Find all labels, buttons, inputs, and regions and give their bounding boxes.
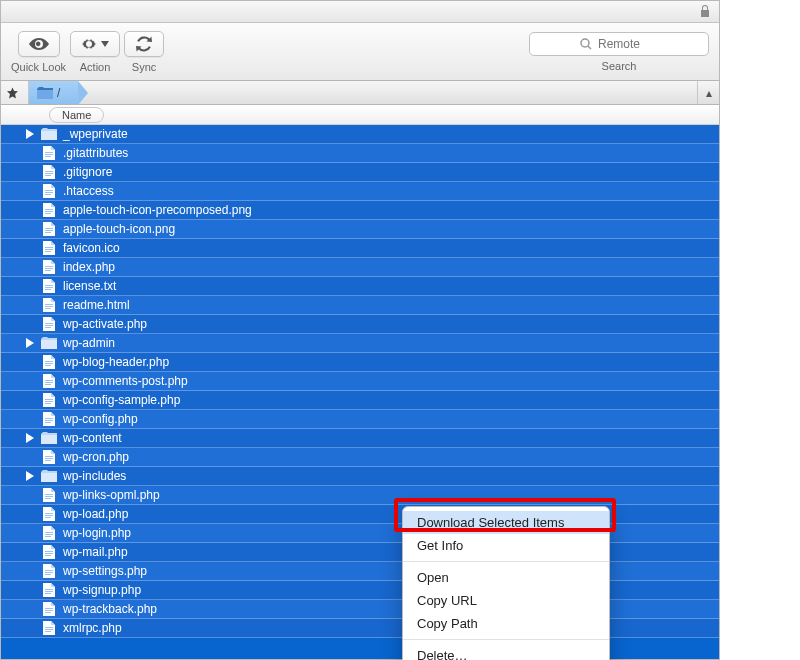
file-row[interactable]: wp-login.php bbox=[1, 524, 719, 543]
file-row[interactable]: _wpeprivate bbox=[1, 125, 719, 144]
file-row[interactable]: wp-admin bbox=[1, 334, 719, 353]
file-row[interactable]: wp-cron.php bbox=[1, 448, 719, 467]
folder-icon bbox=[41, 127, 57, 141]
file-row[interactable]: .htaccess bbox=[1, 182, 719, 201]
svg-rect-24 bbox=[45, 287, 53, 288]
favorites-button[interactable] bbox=[1, 81, 29, 104]
gear-icon bbox=[81, 36, 97, 52]
action-button[interactable] bbox=[70, 31, 120, 57]
file-row[interactable]: index.php bbox=[1, 258, 719, 277]
sync-button[interactable] bbox=[124, 31, 164, 57]
svg-rect-16 bbox=[45, 232, 51, 233]
file-name-label: wp-content bbox=[63, 431, 122, 445]
sync-icon bbox=[136, 36, 152, 52]
scroll-up-button[interactable]: ▴ bbox=[697, 81, 719, 104]
search-input[interactable] bbox=[598, 37, 658, 51]
file-row[interactable]: wp-mail.php bbox=[1, 543, 719, 562]
context-menu: Download Selected Items Get Info Open Co… bbox=[402, 506, 610, 660]
file-row[interactable]: xmlrpc.php bbox=[1, 619, 719, 638]
file-row[interactable]: wp-content bbox=[1, 429, 719, 448]
svg-rect-2 bbox=[45, 152, 53, 153]
file-row[interactable]: wp-comments-post.php bbox=[1, 372, 719, 391]
ctx-delete[interactable]: Delete… bbox=[403, 644, 609, 660]
disclosure-triangle-icon[interactable] bbox=[25, 471, 35, 481]
svg-rect-59 bbox=[45, 570, 53, 571]
lock-icon bbox=[699, 4, 711, 18]
file-icon bbox=[41, 450, 57, 464]
file-row[interactable]: readme.html bbox=[1, 296, 719, 315]
quick-look-button[interactable] bbox=[18, 31, 60, 57]
file-name-label: readme.html bbox=[63, 298, 130, 312]
svg-rect-55 bbox=[45, 536, 51, 537]
file-icon bbox=[41, 545, 57, 559]
file-icon bbox=[41, 526, 57, 540]
file-name-label: .gitignore bbox=[63, 165, 112, 179]
ctx-separator bbox=[403, 639, 609, 640]
chevron-down-icon bbox=[101, 41, 109, 47]
file-row[interactable]: wp-trackback.php bbox=[1, 600, 719, 619]
file-row[interactable]: wp-config.php bbox=[1, 410, 719, 429]
svg-rect-12 bbox=[45, 211, 53, 212]
svg-rect-27 bbox=[45, 306, 53, 307]
file-list[interactable]: _wpeprivate.gitattributes.gitignore.htac… bbox=[1, 125, 719, 659]
file-name-label: wp-settings.php bbox=[63, 564, 147, 578]
ctx-get-info[interactable]: Get Info bbox=[403, 534, 609, 557]
svg-rect-52 bbox=[45, 517, 51, 518]
file-row[interactable]: license.txt bbox=[1, 277, 719, 296]
svg-rect-68 bbox=[45, 627, 53, 628]
file-icon bbox=[41, 298, 57, 312]
file-name-label: wp-cron.php bbox=[63, 450, 129, 464]
svg-rect-61 bbox=[45, 574, 51, 575]
svg-rect-10 bbox=[45, 194, 51, 195]
disclosure-triangle-icon[interactable] bbox=[25, 129, 35, 139]
svg-rect-46 bbox=[45, 460, 51, 461]
svg-rect-69 bbox=[45, 629, 53, 630]
search-field[interactable] bbox=[529, 32, 709, 56]
svg-rect-56 bbox=[45, 551, 53, 552]
file-row[interactable]: favicon.ico bbox=[1, 239, 719, 258]
ctx-download[interactable]: Download Selected Items bbox=[403, 511, 609, 534]
svg-rect-60 bbox=[45, 572, 53, 573]
eye-icon bbox=[29, 38, 49, 50]
svg-rect-39 bbox=[45, 401, 53, 402]
file-name-label: wp-activate.php bbox=[63, 317, 147, 331]
file-name-label: wp-trackback.php bbox=[63, 602, 157, 616]
svg-rect-30 bbox=[45, 325, 53, 326]
disclosure-triangle-icon[interactable] bbox=[25, 433, 35, 443]
file-row[interactable]: wp-load.php bbox=[1, 505, 719, 524]
file-row[interactable]: apple-touch-icon-precomposed.png bbox=[1, 201, 719, 220]
svg-rect-43 bbox=[45, 422, 51, 423]
ctx-copy-url[interactable]: Copy URL bbox=[403, 589, 609, 612]
quick-look-group: Quick Look bbox=[11, 31, 66, 73]
ctx-separator bbox=[403, 561, 609, 562]
file-row[interactable]: wp-activate.php bbox=[1, 315, 719, 334]
file-name-label: wp-admin bbox=[63, 336, 115, 350]
disclosure-triangle-icon[interactable] bbox=[25, 338, 35, 348]
ctx-open[interactable]: Open bbox=[403, 566, 609, 589]
svg-rect-5 bbox=[45, 171, 53, 172]
file-row[interactable]: wp-blog-header.php bbox=[1, 353, 719, 372]
file-name-label: wp-mail.php bbox=[63, 545, 128, 559]
file-row[interactable]: wp-settings.php bbox=[1, 562, 719, 581]
file-row[interactable]: apple-touch-icon.png bbox=[1, 220, 719, 239]
svg-rect-35 bbox=[45, 380, 53, 381]
file-icon bbox=[41, 564, 57, 578]
column-name[interactable]: Name bbox=[49, 107, 104, 123]
file-row[interactable]: .gitignore bbox=[1, 163, 719, 182]
folder-icon bbox=[41, 469, 57, 483]
svg-rect-67 bbox=[45, 612, 51, 613]
svg-rect-33 bbox=[45, 363, 53, 364]
file-row[interactable]: wp-config-sample.php bbox=[1, 391, 719, 410]
file-icon bbox=[41, 317, 57, 331]
file-name-label: wp-blog-header.php bbox=[63, 355, 169, 369]
quick-look-label: Quick Look bbox=[11, 61, 66, 73]
file-row[interactable]: wp-links-opml.php bbox=[1, 486, 719, 505]
path-root[interactable]: / bbox=[29, 81, 78, 104]
file-icon bbox=[41, 488, 57, 502]
svg-rect-62 bbox=[45, 589, 53, 590]
file-row[interactable]: .gitattributes bbox=[1, 144, 719, 163]
file-row[interactable]: wp-signup.php bbox=[1, 581, 719, 600]
file-row[interactable]: wp-includes bbox=[1, 467, 719, 486]
ctx-copy-path[interactable]: Copy Path bbox=[403, 612, 609, 635]
chevron-up-icon: ▴ bbox=[706, 86, 712, 100]
